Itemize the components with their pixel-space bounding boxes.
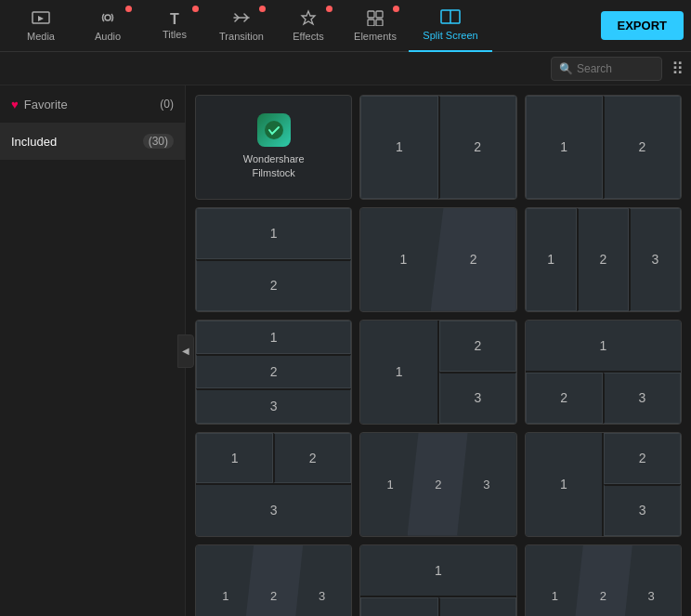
- svg-rect-3: [368, 11, 374, 18]
- heart-icon: ♥: [11, 98, 19, 111]
- nav-elements[interactable]: Elements: [342, 0, 409, 52]
- cell-1: 1: [196, 208, 351, 259]
- sidebar-item-favorite[interactable]: ♥ Favorite (0): [0, 85, 185, 123]
- split-2row-card[interactable]: 1 2: [195, 207, 352, 312]
- audio-icon: [98, 9, 117, 29]
- split-diag3b-card[interactable]: 1 2 3: [195, 544, 352, 617]
- cell-1: 1: [360, 96, 437, 199]
- split-1t-3b-card[interactable]: 1 2 3: [359, 544, 516, 617]
- wondershare-text: Wondershare Filmstock: [243, 152, 305, 181]
- splitscreen-icon: [440, 8, 461, 28]
- nav-transition[interactable]: Transition: [208, 0, 275, 52]
- search-icon: 🔍: [559, 62, 573, 75]
- favorite-count: (0): [160, 98, 174, 111]
- favorite-label: Favorite: [24, 98, 68, 111]
- cell-3: 3: [196, 388, 351, 423]
- transition-icon: [231, 9, 252, 29]
- cell-3: 3: [196, 485, 351, 535]
- split-3row-card[interactable]: 1 2 3: [195, 320, 352, 425]
- nav-audio-label: Audio: [95, 31, 121, 42]
- split-diag3-card[interactable]: 1 2 3: [359, 432, 516, 537]
- elements-icon: [366, 9, 385, 29]
- cell-2: 2: [438, 96, 516, 199]
- search-box[interactable]: 🔍: [551, 57, 662, 81]
- nav-transition-label: Transition: [219, 31, 264, 42]
- split-2col-v2-card[interactable]: 1 2: [525, 95, 682, 200]
- cell-2: 2: [603, 96, 681, 199]
- sidebar-item-included[interactable]: Included (30): [0, 123, 185, 160]
- nav-effects-label: Effects: [293, 31, 323, 42]
- search-input[interactable]: [577, 62, 651, 75]
- wondershare-filmstock-card[interactable]: Wondershare Filmstock: [195, 95, 352, 200]
- split-2col-card[interactable]: 1 2: [359, 95, 516, 200]
- nav-elements-label: Elements: [354, 31, 397, 42]
- split-diag3c-card[interactable]: 1 2 3: [525, 544, 682, 617]
- nav-media-label: Media: [27, 31, 55, 42]
- nav-titles-label: Titles: [163, 29, 187, 40]
- split-1t-2b-card[interactable]: 1 2 3: [525, 320, 682, 425]
- main-area: ♥ Favorite (0) Included (30) ◀ Wo: [0, 85, 691, 616]
- cell-1: 1: [360, 321, 439, 424]
- effects-icon: [299, 9, 318, 29]
- cell-3: 3: [604, 484, 681, 536]
- top-navigation: Media Audio T Titles Transition Effects …: [0, 0, 691, 52]
- svg-rect-5: [368, 20, 374, 26]
- included-label: Included: [11, 135, 57, 149]
- split-screen-grid: Wondershare Filmstock 1 2 1 2: [195, 95, 682, 616]
- cell-2: 2: [196, 259, 351, 311]
- svg-marker-2: [302, 11, 315, 24]
- elements-badge: [393, 6, 399, 12]
- nav-splitscreen-label: Split Screen: [423, 30, 477, 41]
- cell-1: 1: [526, 433, 605, 536]
- split-1l-3r-card[interactable]: 1 2 3: [525, 432, 682, 537]
- cell-2: 2: [431, 208, 516, 311]
- cell-1: 1: [526, 208, 577, 311]
- export-button[interactable]: EXPORT: [601, 11, 684, 40]
- svg-rect-6: [376, 20, 383, 26]
- split-screen-content: Wondershare Filmstock 1 2 1 2: [186, 85, 691, 616]
- cell-2: 2: [196, 354, 351, 388]
- nav-splitscreen[interactable]: Split Screen: [409, 0, 492, 52]
- cell-3: 3: [439, 372, 516, 424]
- cell-2: 2: [360, 597, 437, 616]
- included-count: (30): [143, 134, 174, 149]
- nav-effects[interactable]: Effects: [275, 0, 342, 52]
- titles-icon: T: [170, 12, 179, 27]
- nav-media[interactable]: Media: [7, 0, 74, 52]
- cell-2: 2: [577, 208, 629, 311]
- cell-1: 1: [526, 321, 681, 373]
- split-3col-card[interactable]: 1 2 3: [525, 207, 682, 312]
- nav-titles[interactable]: T Titles: [141, 0, 208, 52]
- split-1l-2r-card[interactable]: 1 2 3: [359, 320, 516, 425]
- cell-1: 1: [196, 545, 255, 617]
- cell-1: 1: [196, 321, 351, 354]
- cell-2: 2: [439, 321, 516, 372]
- cell-1: 1: [526, 545, 585, 617]
- wondershare-logo: [257, 113, 291, 147]
- cell-3: 3: [438, 597, 516, 616]
- svg-point-9: [265, 121, 283, 139]
- cell-3: 3: [603, 373, 681, 423]
- cell-2: 2: [273, 433, 351, 483]
- transition-badge: [259, 6, 266, 12]
- effects-badge: [326, 6, 332, 12]
- cell-2: 2: [526, 373, 603, 423]
- audio-badge: [125, 6, 132, 12]
- split-diag2-card[interactable]: 1 2: [359, 207, 516, 312]
- titles-badge: [192, 6, 199, 12]
- nav-audio[interactable]: Audio: [74, 0, 141, 52]
- grid-view-icon[interactable]: ⠿: [671, 59, 684, 79]
- svg-rect-4: [376, 11, 383, 18]
- cell-2: 2: [604, 433, 681, 484]
- cell-1: 1: [360, 545, 515, 597]
- cell-3: 3: [629, 208, 681, 311]
- cell-1: 1: [526, 96, 603, 199]
- sidebar: ♥ Favorite (0) Included (30) ◀: [0, 85, 186, 616]
- cell-1: 1: [196, 433, 273, 483]
- search-row: 🔍 ⠿: [0, 52, 691, 85]
- sidebar-collapse-button[interactable]: ◀: [177, 334, 194, 368]
- svg-point-1: [105, 15, 111, 20]
- media-icon: [32, 9, 50, 29]
- split-2t-1b-card[interactable]: 1 2 3: [195, 432, 352, 537]
